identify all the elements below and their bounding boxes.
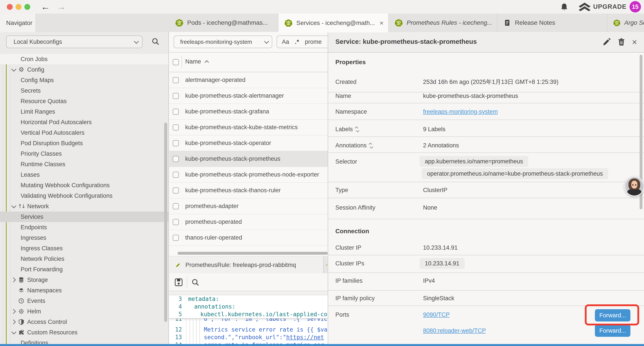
namespace-selector[interactable]: freeleaps-monitoring-system: [174, 35, 272, 48]
table-row-selected[interactable]: kube-prometheus-stack-prometheus: [169, 151, 328, 167]
tab-argo[interactable]: Argo Se: [607, 13, 644, 32]
tab-release-notes[interactable]: Release Notes: [497, 13, 607, 32]
selector-chip[interactable]: operator.prometheus.io/name=kube-prometh…: [422, 168, 608, 179]
editor-tab-partial[interactable]: [324, 256, 328, 274]
sidebar-item-mutating-webhook-configurations[interactable]: Mutating Webhook Configurations: [0, 180, 169, 191]
sidebar-group-access-control[interactable]: Access Control: [0, 317, 169, 327]
sidebar-item-runtime-classes[interactable]: Runtime Classes: [0, 159, 169, 169]
match-case-toggle[interactable]: Aa: [282, 38, 289, 45]
kubeconfig-selector[interactable]: Local Kubeconfigs: [6, 35, 142, 48]
row-checkbox[interactable]: [173, 187, 179, 194]
table-row[interactable]: kube-prometheus-stack-grafana: [169, 104, 328, 120]
row-checkbox[interactable]: [173, 109, 179, 115]
table-row[interactable]: thanos-ruler-operated: [169, 230, 328, 246]
forward-button-8080[interactable]: Forward...: [595, 325, 630, 337]
back-button[interactable]: ←: [41, 0, 50, 13]
sidebar-search-icon[interactable]: [151, 37, 160, 46]
sidebar-group-storage[interactable]: Storage: [0, 275, 169, 285]
sidebar-item-services[interactable]: Services: [0, 212, 169, 222]
service-search-input[interactable]: Aa .* prome: [277, 35, 328, 48]
edit-pencil-icon: [326, 262, 328, 268]
labels-label[interactable]: Labels: [335, 125, 358, 134]
horizontal-scrollbar[interactable]: [178, 252, 328, 255]
port-link-8080[interactable]: 8080:reloader-web/TCP: [423, 326, 486, 335]
close-tab-icon[interactable]: ×: [380, 19, 384, 27]
forward-button[interactable]: →: [56, 0, 66, 13]
close-window-button[interactable]: [7, 4, 13, 10]
row-checkbox[interactable]: [173, 93, 179, 99]
table-row[interactable]: prometheus-operated: [169, 214, 328, 230]
row-checkbox[interactable]: [173, 172, 179, 178]
minimize-window-button[interactable]: [16, 4, 22, 10]
tab-pods[interactable]: Pods - icecheng@mathmas...: [169, 13, 278, 32]
sidebar-group-config[interactable]: ⚙ Config: [0, 64, 169, 75]
annotations-label[interactable]: Annotations: [335, 141, 372, 150]
selector-chip[interactable]: app.kubernetes.io/name=prometheus: [420, 156, 528, 167]
close-panel-icon[interactable]: ×: [632, 37, 637, 47]
sidebar-item-port-forwarding[interactable]: Port Forwarding: [0, 264, 169, 275]
sidebar-group-custom-resources[interactable]: Custom Resources: [0, 327, 169, 338]
zoom-window-button[interactable]: [24, 4, 30, 10]
yaml-editor[interactable]: 3 metadata: 4 annotations: 5 kubectl.kub…: [169, 295, 328, 344]
row-checkbox[interactable]: [173, 124, 179, 130]
sidebar-group-network[interactable]: ↑↓ Network: [0, 201, 169, 212]
cluster-ips-chip: 10.233.14.91: [420, 258, 465, 269]
save-icon[interactable]: [174, 278, 183, 287]
regex-toggle[interactable]: .*: [295, 38, 299, 45]
table-row[interactable]: kube-prometheus-stack-prometheus-node-ex…: [169, 167, 328, 183]
delete-trash-icon[interactable]: [617, 38, 626, 46]
sidebar-item-validating-webhook-configurations[interactable]: Validating Webhook Configurations: [0, 191, 169, 201]
user-avatar[interactable]: [624, 176, 644, 196]
upgrade-label[interactable]: UPGRADE: [593, 3, 626, 10]
sidebar-item-namespaces[interactable]: Namespaces: [0, 285, 169, 296]
row-checkbox[interactable]: [173, 235, 179, 241]
sidebar-item-ingresses[interactable]: Ingresses: [0, 233, 169, 243]
sidebar-item-priority-classes[interactable]: Priority Classes: [0, 148, 169, 159]
navigator-panel-tab[interactable]: Navigator: [0, 13, 36, 32]
sidebar-item-secrets[interactable]: Secrets: [0, 85, 169, 96]
port-link-9090[interactable]: 9090/TCP: [423, 310, 450, 319]
search-query: prome: [305, 38, 322, 45]
notifications-bell-icon[interactable]: [560, 3, 568, 11]
sidebar-item-network-policies[interactable]: Network Policies: [0, 254, 169, 264]
table-row[interactable]: kube-prometheus-stack-operator: [169, 135, 328, 151]
sidebar-item-vertical-pod-autoscalers[interactable]: Vertical Pod Autoscalers: [0, 127, 169, 138]
sidebar-group-helm[interactable]: Helm: [0, 306, 169, 317]
row-checkbox[interactable]: [173, 219, 179, 225]
row-checkbox[interactable]: [173, 156, 179, 162]
table-row[interactable]: kube-prometheus-stack-kube-state-metrics: [169, 120, 328, 135]
sidebar-item-cron-jobs[interactable]: Cron Jobs: [0, 54, 169, 64]
upgrade-icon[interactable]: [578, 3, 591, 11]
sidebar-item-resource-quotas[interactable]: Resource Quotas: [0, 96, 169, 106]
editor-search-icon[interactable]: [191, 278, 200, 287]
name-column-header[interactable]: Name: [185, 58, 209, 65]
editor-tab-prometheusrule[interactable]: PrometheusRule: freeleaps-prod-rabbitmq: [169, 256, 324, 274]
row-divider: [328, 136, 644, 137]
sidebar-scrollbar[interactable]: [164, 123, 167, 322]
tab-prometheus-rules[interactable]: Prometheus Rules - icecheng...: [389, 13, 497, 32]
sidebar-item-leases[interactable]: Leases: [0, 169, 169, 180]
tab-services[interactable]: Services - icecheng@math... ×: [278, 13, 389, 32]
table-row[interactable]: alertmanager-operated: [169, 72, 328, 88]
sidebar-item-limit-ranges[interactable]: Limit Ranges: [0, 106, 169, 117]
table-row[interactable]: prometheus-adapter: [169, 198, 328, 214]
sidebar-item-horizontal-pod-autoscalers[interactable]: Horizontal Pod Autoscalers: [0, 117, 169, 127]
labels-value: 9 Labels: [423, 125, 446, 134]
select-all-checkbox[interactable]: [173, 59, 179, 65]
column-divider: [182, 56, 182, 68]
edit-pencil-icon[interactable]: [602, 38, 611, 46]
namespace-link[interactable]: freeleaps-monitoring-system: [423, 107, 498, 116]
titlebar: ← → UPGRADE 15: [0, 0, 644, 14]
sidebar-item-ingress-classes[interactable]: Ingress Classes: [0, 243, 169, 254]
sidebar-item-pod-disruption-budgets[interactable]: Pod Disruption Budgets: [0, 138, 169, 148]
table-row[interactable]: kube-prometheus-stack-thanos-ruler: [169, 183, 328, 198]
runbook-url-link[interactable]: https://net: [286, 334, 324, 341]
row-checkbox[interactable]: [173, 140, 179, 146]
profile-badge[interactable]: 15: [630, 1, 641, 12]
row-checkbox[interactable]: [173, 203, 179, 209]
sidebar-item-config-maps[interactable]: Config Maps: [0, 75, 169, 85]
row-checkbox[interactable]: [173, 77, 179, 83]
sidebar-item-events[interactable]: Events: [0, 296, 169, 306]
table-row[interactable]: kube-prometheus-stack-alertmanager: [169, 88, 328, 104]
sidebar-item-endpoints[interactable]: Endpoints: [0, 222, 169, 233]
